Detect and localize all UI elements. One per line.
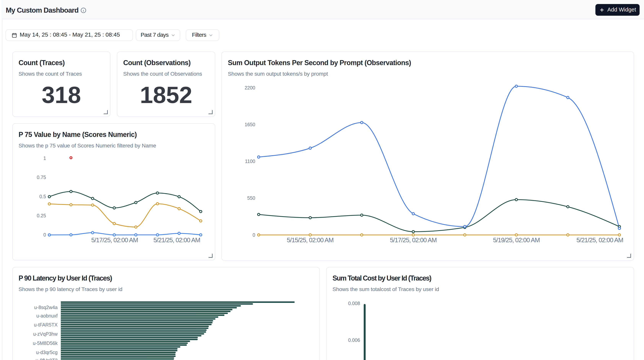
svg-text:0.75: 0.75 [37, 175, 46, 180]
svg-text:2200: 2200 [244, 85, 255, 90]
svg-text:5/15/25, 02:00 AM: 5/15/25, 02:00 AM [287, 236, 334, 244]
svg-text:5/19/25, 02:00 AM: 5/19/25, 02:00 AM [493, 236, 540, 244]
svg-text:5/17/25, 02:00 AM: 5/17/25, 02:00 AM [390, 236, 436, 244]
svg-text:u-zVqP3hw: u-zVqP3hw [33, 331, 58, 337]
svg-text:0: 0 [252, 232, 255, 238]
svg-text:1650: 1650 [244, 122, 255, 127]
svg-text:1100: 1100 [245, 159, 255, 164]
svg-text:u-d3qr5cg: u-d3qr5cg [36, 350, 58, 355]
svg-text:550: 550 [247, 195, 255, 201]
svg-text:1: 1 [44, 156, 46, 161]
svg-text:u-aobnuxf: u-aobnuxf [36, 313, 58, 318]
svg-text:5/17/25, 02:00 AM: 5/17/25, 02:00 AM [91, 236, 138, 244]
svg-text:5/21/25, 02:00 AM: 5/21/25, 02:00 AM [154, 236, 200, 244]
svg-text:0.25: 0.25 [37, 213, 46, 218]
svg-text:5/21/25, 02:00 AM: 5/21/25, 02:00 AM [576, 236, 623, 244]
svg-text:u-5M8D56k: u-5M8D56k [33, 340, 58, 346]
svg-text:0.5: 0.5 [40, 194, 46, 199]
svg-text:0.006: 0.006 [348, 337, 360, 343]
svg-text:0: 0 [44, 232, 46, 237]
svg-text:0.008: 0.008 [348, 301, 360, 306]
svg-text:u-8sq2w4a: u-8sq2w4a [34, 305, 58, 310]
svg-text:u-tFAR5TX: u-tFAR5TX [34, 322, 58, 327]
svg-text:u-8fVa9T3: u-8fVa9T3 [36, 358, 58, 360]
